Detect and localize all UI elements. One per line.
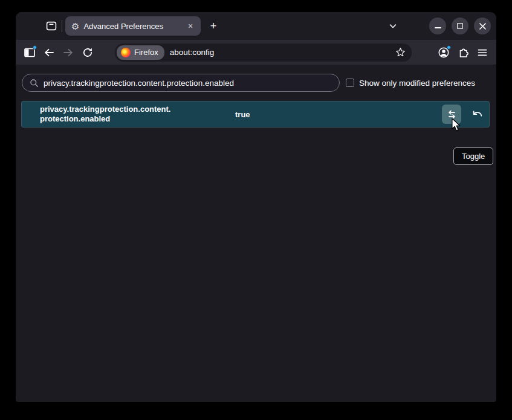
- url-text[interactable]: about:config: [170, 48, 395, 57]
- tab-close-button[interactable]: ×: [184, 20, 196, 32]
- list-all-tabs-button[interactable]: [386, 19, 400, 33]
- firefox-view-icon: [45, 20, 57, 32]
- pref-name-line1: privacy.trackingprotection.content.: [40, 105, 235, 114]
- maximize-icon: [457, 23, 463, 29]
- search-row: Show only modified preferences: [22, 74, 490, 92]
- back-icon: [44, 48, 54, 57]
- maximize-button[interactable]: [452, 18, 468, 34]
- gear-icon: ⚙: [71, 22, 79, 31]
- firefox-logo-icon: [121, 48, 131, 57]
- show-modified-checkbox[interactable]: [346, 79, 354, 87]
- tooltip: Toggle: [453, 147, 493, 165]
- star-icon: [395, 47, 406, 57]
- account-button[interactable]: [435, 44, 453, 62]
- window-controls: [429, 18, 491, 34]
- tab-advanced-preferences[interactable]: ⚙ Advanced Preferences ×: [65, 16, 201, 36]
- chevron-down-icon: [388, 21, 398, 31]
- url-bar[interactable]: Firefox about:config: [115, 44, 412, 62]
- extensions-button[interactable]: [454, 44, 472, 62]
- reload-icon: [82, 47, 93, 58]
- reload-button[interactable]: [79, 44, 97, 62]
- nav-toolbar: Firefox about:config: [16, 40, 496, 65]
- show-modified-label[interactable]: Show only modified preferences: [359, 79, 475, 88]
- menu-button[interactable]: [473, 44, 491, 62]
- puzzle-icon: [457, 47, 469, 59]
- about-config-page: Show only modified preferences privacy.t…: [16, 65, 496, 402]
- pref-name: privacy.trackingprotection.content. prot…: [40, 105, 235, 124]
- search-box[interactable]: [22, 74, 340, 92]
- search-input[interactable]: [44, 79, 339, 88]
- sidebar-button[interactable]: [21, 44, 39, 62]
- back-button[interactable]: [40, 44, 58, 62]
- hamburger-icon: [477, 47, 488, 58]
- tab-title: Advanced Preferences: [83, 22, 184, 31]
- close-button[interactable]: [474, 18, 491, 34]
- mouse-cursor: [451, 118, 463, 132]
- undo-icon: [471, 109, 483, 120]
- search-icon: [30, 79, 39, 88]
- browser-window: ⚙ Advanced Preferences × +: [16, 12, 496, 402]
- filter-checkbox-wrap: Show only modified preferences: [346, 79, 475, 88]
- identity-chip[interactable]: Firefox: [117, 45, 164, 60]
- minimize-button[interactable]: [429, 18, 446, 34]
- forward-button[interactable]: [59, 44, 77, 62]
- account-notification-badge: [447, 45, 451, 50]
- bookmark-button[interactable]: [395, 47, 406, 57]
- firefox-view-button[interactable]: [42, 17, 60, 35]
- sidebar-notification-badge: [33, 45, 37, 50]
- reset-button[interactable]: [468, 106, 485, 123]
- pref-name-line2: protection.enabled: [40, 114, 235, 124]
- forward-icon: [63, 48, 74, 57]
- pref-row[interactable]: privacy.trackingprotection.content. prot…: [21, 101, 490, 128]
- tab-separator: [62, 20, 62, 32]
- close-icon: [479, 23, 486, 30]
- titlebar: ⚙ Advanced Preferences × +: [16, 12, 496, 40]
- minimize-icon: [435, 27, 441, 28]
- pref-value: true: [235, 110, 250, 119]
- new-tab-button[interactable]: +: [205, 18, 222, 34]
- identity-chip-label: Firefox: [134, 48, 158, 57]
